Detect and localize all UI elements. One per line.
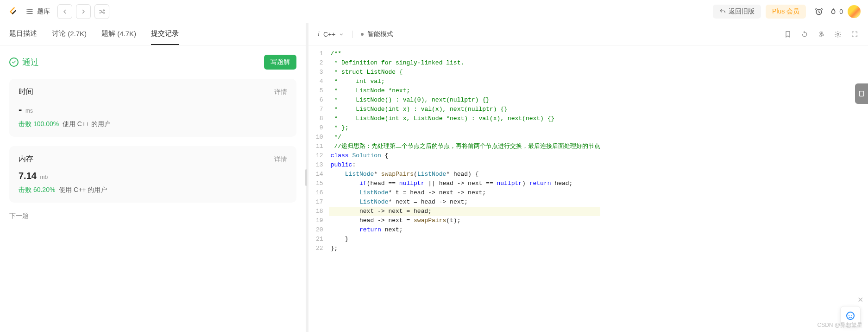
- tab-description[interactable]: 题目描述: [9, 23, 37, 45]
- mode-indicator[interactable]: 智能模式: [361, 30, 393, 38]
- settings-button[interactable]: [834, 30, 842, 38]
- time-card: 时间 详情 - ms 击败 100.00% 使用 C++ 的用户: [9, 79, 296, 137]
- streak-value: 0: [839, 8, 843, 15]
- tab-solution-label: 题解: [101, 29, 115, 38]
- problem-list-button[interactable]: 题库: [22, 4, 54, 19]
- time-value: - ms: [19, 103, 287, 115]
- language-selector[interactable]: i C++: [318, 31, 344, 38]
- undo-icon: [719, 8, 726, 15]
- memory-detail-link[interactable]: 详情: [274, 155, 287, 164]
- tab-discussion-count: (2.7K): [68, 30, 87, 38]
- fullscreen-button[interactable]: [850, 30, 859, 38]
- chevron-down-icon: [339, 32, 344, 37]
- svg-point-1: [837, 33, 839, 35]
- shuffle-icon: [99, 8, 105, 15]
- chevron-left-icon: [62, 9, 68, 14]
- expand-icon: [851, 31, 858, 38]
- shuffle-button[interactable]: [94, 4, 109, 19]
- chevron-right-icon: [81, 9, 86, 14]
- timer-button[interactable]: [811, 3, 827, 20]
- leetcode-logo-icon[interactable]: [7, 6, 18, 17]
- memory-card: 内存 详情 7.14 mb 击败 60.20% 使用 C++ 的用户: [9, 146, 296, 203]
- svg-point-4: [849, 315, 849, 316]
- check-circle-icon: [9, 57, 19, 67]
- bookmark-button[interactable]: [784, 30, 792, 38]
- tab-solution[interactable]: 题解 (4.7K): [101, 23, 136, 45]
- next-problem-button[interactable]: [76, 4, 91, 19]
- next-problem-link[interactable]: 下一题: [9, 212, 296, 220]
- svg-rect-2: [859, 91, 863, 96]
- streak-counter[interactable]: 0: [829, 7, 843, 16]
- user-avatar[interactable]: [848, 5, 861, 18]
- dot-icon: [361, 33, 364, 36]
- command-icon: [818, 31, 825, 38]
- memory-value: 7.14 mb: [19, 171, 287, 181]
- watermark: CSDN @异想繁星: [817, 321, 862, 329]
- resize-handle[interactable]: [305, 169, 307, 186]
- tab-discussion-label: 讨论: [52, 29, 66, 38]
- divider: [352, 31, 352, 38]
- note-icon: [858, 90, 865, 97]
- side-drawer-button[interactable]: [855, 83, 868, 104]
- fire-icon: [829, 7, 837, 16]
- svg-point-3: [847, 312, 854, 319]
- gear-icon: [834, 31, 842, 38]
- chat-smile-icon: [845, 311, 856, 322]
- plus-label: Plus 会员: [772, 7, 799, 16]
- alarm-icon: [814, 7, 824, 16]
- info-icon: i: [318, 31, 320, 38]
- reset-icon: [801, 31, 808, 38]
- code-content[interactable]: /** * Definition for singly-linked list.…: [329, 45, 600, 332]
- old-version-button[interactable]: 返回旧版: [713, 5, 761, 19]
- memory-card-title: 内存: [19, 154, 33, 164]
- tab-solution-count: (4.7K): [117, 30, 136, 38]
- status-pass-label: 通过: [22, 57, 39, 68]
- tab-discussion[interactable]: 讨论 (2.7K): [52, 23, 87, 45]
- reset-button[interactable]: [800, 30, 809, 38]
- line-gutter: 12345678910111213141516171819202122: [308, 45, 329, 332]
- old-version-label: 返回旧版: [729, 7, 755, 16]
- list-icon: [26, 8, 33, 15]
- memory-beats: 击败 60.20% 使用 C++ 的用户: [19, 186, 287, 194]
- float-close-button[interactable]: ✕: [857, 295, 863, 304]
- write-solution-button[interactable]: 写题解: [264, 55, 296, 70]
- shortcuts-button[interactable]: [817, 30, 825, 38]
- svg-point-5: [851, 315, 852, 316]
- code-editor[interactable]: 12345678910111213141516171819202122 /** …: [308, 45, 868, 332]
- problems-label: 题库: [37, 7, 50, 16]
- mode-label: 智能模式: [367, 30, 393, 38]
- submission-status: 通过: [9, 57, 39, 68]
- time-beats: 击败 100.00% 使用 C++ 的用户: [19, 120, 287, 128]
- bookmark-icon: [784, 31, 792, 38]
- language-label: C++: [323, 31, 335, 38]
- prev-problem-button[interactable]: [57, 4, 72, 19]
- plus-member-button[interactable]: Plus 会员: [766, 5, 806, 19]
- time-detail-link[interactable]: 详情: [274, 88, 287, 96]
- time-card-title: 时间: [19, 87, 33, 97]
- tab-submissions[interactable]: 提交记录: [151, 23, 179, 45]
